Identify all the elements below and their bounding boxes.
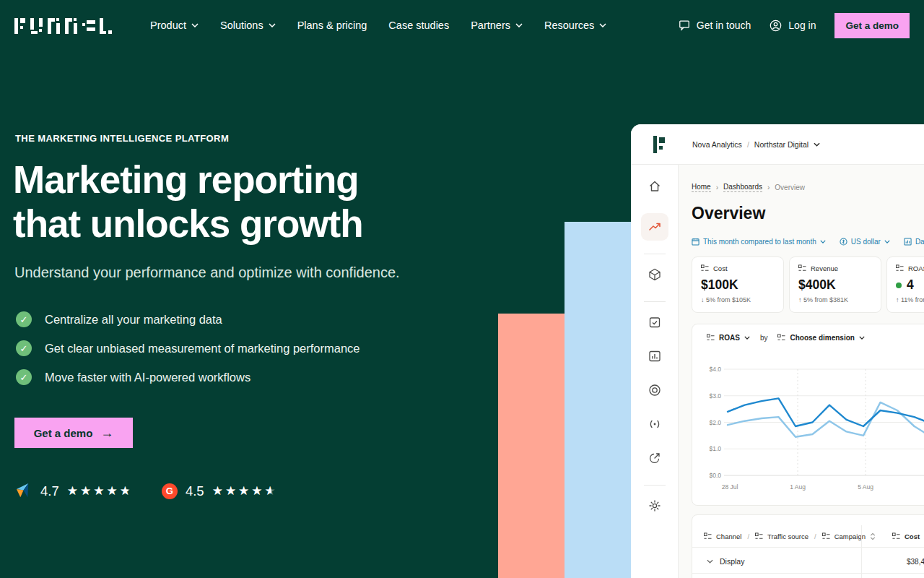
hero-eyebrow: THE MARKETING INTELLIGENCE PLATFORM <box>15 133 229 144</box>
chart-series <box>728 398 924 436</box>
table-row-divider <box>692 547 924 548</box>
dimension-icon <box>777 334 785 342</box>
dimension-select[interactable]: Choose dimension <box>777 334 864 342</box>
roas-chart-card: ROAS by Choose dimension <box>692 324 924 506</box>
metric-icon <box>701 264 709 272</box>
sidebar-divider <box>644 254 666 254</box>
nav-item-label: Resources <box>544 20 594 31</box>
capterra-icon <box>16 483 32 499</box>
chevron-down-icon <box>599 23 606 27</box>
currency-icon <box>840 238 847 246</box>
sidebar-divider <box>644 485 666 486</box>
broadcast-icon[interactable] <box>648 417 662 431</box>
header-separator: / <box>747 532 749 540</box>
workspace-switcher[interactable]: Nova Analytics / Northstar Digital <box>692 140 820 149</box>
dimension-icon <box>704 532 712 540</box>
share-icon[interactable] <box>648 451 662 465</box>
target-icon[interactable] <box>648 383 662 397</box>
g2-icon: G <box>162 483 178 499</box>
funnel-logo[interactable] <box>14 14 116 37</box>
nav-item-label: Product <box>150 20 186 31</box>
by-label: by <box>760 334 768 342</box>
clipboard-check-icon[interactable] <box>648 315 662 329</box>
date-range-filter[interactable]: This month compared to last month <box>692 238 826 246</box>
dashboard-content: Home › Dashboards › Overview Overview Th… <box>679 165 924 578</box>
chevron-down-icon <box>515 23 523 27</box>
table-row[interactable]: Display <box>707 557 744 566</box>
get-demo-button-nav[interactable]: Get a demo <box>834 13 910 38</box>
title-line-1: Marketing reporting <box>13 158 363 202</box>
cube-icon[interactable] <box>648 267 662 282</box>
table-header-cost[interactable]: Cost <box>892 532 920 540</box>
filter-label: This month compared to last month <box>703 238 816 246</box>
log-in-link[interactable]: Log in <box>770 20 816 32</box>
get-in-touch-link[interactable]: Get in touch <box>679 20 751 31</box>
header-separator: / <box>814 532 816 540</box>
ratings-row: 4.7 ★★★★★★★★★★ G 4.5 ★★★★★★★★★★ <box>16 483 278 499</box>
check-circle-icon: ✓ <box>16 340 32 356</box>
svg-text:$2.0: $2.0 <box>709 419 721 426</box>
chart-controls: ROAS by Choose dimension <box>707 334 865 342</box>
chevron-down-icon <box>269 23 276 27</box>
sidebar-divider <box>644 301 666 302</box>
nav-item-plans-pricing[interactable]: Plans & pricing <box>297 20 367 31</box>
kpi-card-roas[interactable]: ROAS 4 ↑ 11% from <box>886 256 924 313</box>
breakdown-table-card: Channel / Traffic source / Campaign Cost <box>692 514 924 578</box>
attribution-filter[interactable]: Data driven <box>904 238 924 246</box>
calendar-icon <box>692 238 699 246</box>
nav-item-case-studies[interactable]: Case studies <box>388 20 449 31</box>
status-dot <box>896 282 902 288</box>
home-icon[interactable] <box>648 179 662 194</box>
nav-item-solutions[interactable]: Solutions <box>220 20 276 31</box>
dashboard-sidebar <box>631 165 679 578</box>
nav-item-label: Partners <box>471 20 510 31</box>
user-circle-icon <box>770 20 782 32</box>
table-header-dimensions[interactable]: Channel / Traffic source / Campaign <box>704 532 876 540</box>
row-label: Display <box>720 557 744 566</box>
star-rating: ★★★★★★★★★★ <box>212 485 278 497</box>
sort-icon[interactable] <box>870 532 876 540</box>
funnel-mark-icon <box>653 136 666 153</box>
metric-icon <box>892 532 900 540</box>
metric-select[interactable]: ROAS <box>707 334 750 342</box>
title-line-2: that unlocks growth <box>13 202 363 246</box>
kpi-card-cost[interactable]: Cost $100K ↓ 5% from $105K <box>692 256 784 313</box>
g2-rating: G 4.5 ★★★★★★★★★★ <box>162 483 278 499</box>
chevron-down-icon <box>707 559 713 564</box>
filter-bar: This month compared to last month US dol… <box>692 236 924 247</box>
chevron-down-icon <box>744 336 750 340</box>
bar-chart-icon[interactable] <box>648 349 662 363</box>
kpi-card-revenue[interactable]: Revenue $400K ↑ 5% from $381K <box>789 256 881 313</box>
get-in-touch-label: Get in touch <box>697 20 751 31</box>
log-in-label: Log in <box>788 20 816 31</box>
breadcrumb-separator: › <box>767 184 770 191</box>
breadcrumb-home[interactable]: Home <box>692 183 711 192</box>
breadcrumb-dashboards[interactable]: Dashboards <box>723 183 762 192</box>
metric-select-value: ROAS <box>719 334 740 342</box>
sidebar-item-dashboards[interactable] <box>641 213 668 241</box>
currency-filter[interactable]: US dollar <box>840 238 890 246</box>
svg-text:$3.0: $3.0 <box>709 392 721 400</box>
metric-icon <box>896 264 904 272</box>
svg-text:$0.0: $0.0 <box>709 472 721 479</box>
chart-axis-labels: $4.0 $3.0 $2.0 $1.0 $0.0 28 Jul 1 Aug 5 … <box>709 366 873 491</box>
rating-score: 4.7 <box>40 483 59 499</box>
roas-line-chart: $4.0 $3.0 $2.0 $1.0 $0.0 28 Jul 1 Aug 5 … <box>692 350 924 495</box>
nav-item-partners[interactable]: Partners <box>471 20 523 31</box>
star-rating: ★★★★★★★★★★ <box>67 485 133 497</box>
nav-item-label: Solutions <box>220 20 263 31</box>
hero-subtitle: Understand your performance and optimize… <box>14 264 400 281</box>
capterra-rating: 4.7 ★★★★★★★★★★ <box>16 483 133 499</box>
column-header: Channel <box>716 532 741 540</box>
nav-item-product[interactable]: Product <box>150 20 199 31</box>
nav-item-resources[interactable]: Resources <box>544 20 606 31</box>
decor-blue-block <box>565 222 631 578</box>
trend-chart-icon <box>648 220 662 234</box>
dashboard-topbar: Nova Analytics / Northstar Digital <box>631 124 924 165</box>
check-circle-icon: ✓ <box>16 369 32 385</box>
get-demo-button-hero[interactable]: Get a demo → <box>14 418 133 448</box>
kpi-label: ROAS <box>908 264 924 272</box>
gear-icon[interactable] <box>648 499 662 513</box>
dashboard-preview: Nova Analytics / Northstar Digital Ho <box>631 124 924 578</box>
kpi-delta: ↓ 5% from $105K <box>701 296 775 303</box>
